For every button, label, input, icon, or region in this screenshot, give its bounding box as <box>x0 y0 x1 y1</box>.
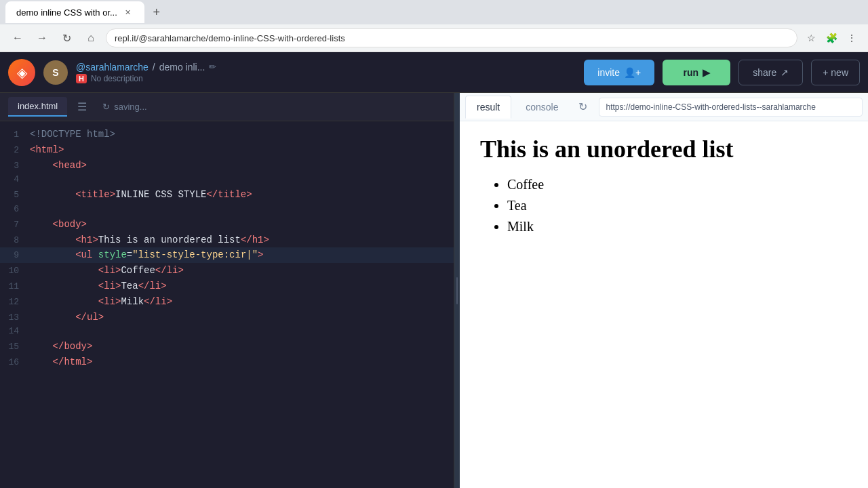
run-button[interactable]: run ▶ <box>663 60 730 85</box>
line-number: 10 <box>5 264 30 279</box>
slash: / <box>153 62 155 73</box>
line-number: 12 <box>5 296 30 310</box>
code-line: 13 </ul> <box>0 310 454 325</box>
code-text: </body> <box>30 339 92 354</box>
replit-header: ◈ S @sarahlamarche / demo inli... ✏ H No… <box>0 52 868 93</box>
code-text: <head> <box>30 158 87 173</box>
reload-button[interactable]: ↻ <box>57 28 76 47</box>
run-label: run <box>683 67 698 78</box>
browser-chrome: demo inline CSS with or... ✕ + ← → ↻ ⌂ r… <box>0 0 868 52</box>
line-number: 4 <box>5 173 30 187</box>
code-line: 14 <box>0 325 454 339</box>
main-area: index.html ☰ ↻ saving... 1 <!DOCTYPE htm… <box>0 93 868 488</box>
code-text: <li>Tea</li> <box>30 279 167 293</box>
panel-divider[interactable] <box>454 93 460 488</box>
line-number: 13 <box>5 311 30 325</box>
repl-desc: H No description <box>76 74 216 83</box>
preview-url-bar[interactable]: https://demo-inline-CSS-with-ordered-lis… <box>599 98 863 117</box>
preview-heading: This is an unordered list <box>480 135 848 163</box>
line-number: 9 <box>5 249 30 263</box>
code-line-cursor: 9 <ul style="list-style-type:cir|"> <box>0 247 454 263</box>
code-text: <html> <box>30 142 64 157</box>
code-text: <!DOCTYPE html> <box>30 127 115 142</box>
forward-button[interactable]: → <box>33 28 52 47</box>
editor-content[interactable]: 1 <!DOCTYPE html> 2 <html> 3 <head> 4 5 <box>0 121 454 488</box>
code-line: 3 <head> <box>0 158 454 174</box>
home-button[interactable]: ⌂ <box>81 28 100 47</box>
new-tab-button[interactable]: + <box>147 3 166 22</box>
line-number: 16 <box>5 356 30 370</box>
code-line: 12 <li>Milk</li> <box>0 294 454 310</box>
preview-content: This is an unordered list Coffee Tea Mil… <box>460 121 868 488</box>
code-text: </html> <box>30 354 92 369</box>
invite-button[interactable]: invite 👤+ <box>584 60 654 85</box>
saving-text: saving... <box>114 102 146 112</box>
html-badge: H <box>76 74 87 83</box>
invite-icon: 👤+ <box>624 67 641 78</box>
logo-icon: ◈ <box>17 64 27 81</box>
tab-menu-button[interactable]: ☰ <box>73 98 92 117</box>
share-button[interactable]: share ↗ <box>738 60 803 85</box>
preview-tabs: result console ↻ https://demo-inline-CSS… <box>460 93 868 121</box>
share-label: share <box>753 67 776 78</box>
editor-tabs: index.html ☰ ↻ saving... <box>0 93 454 121</box>
address-icons: ☆ 🧩 ⋮ <box>803 30 860 46</box>
saving-icon: ↻ <box>102 102 110 112</box>
tab-close-button[interactable]: ✕ <box>123 7 134 18</box>
refresh-button[interactable]: ↻ <box>573 97 593 117</box>
code-line: 5 <title>INLINE CSS STYLE</title> <box>0 187 454 203</box>
preview-list: Coffee Tea Milk <box>480 177 848 235</box>
tab-index-html[interactable]: index.html <box>8 97 67 117</box>
active-tab[interactable]: demo inline CSS with or... ✕ <box>5 1 144 23</box>
editor-panel: index.html ☰ ↻ saving... 1 <!DOCTYPE htm… <box>0 93 454 488</box>
url-bar[interactable]: repl.it/@sarahlamarche/demo-inline-CSS-w… <box>106 28 797 47</box>
code-text: <li>Coffee</li> <box>30 263 184 278</box>
new-repl-label: + new <box>823 67 848 78</box>
code-text: <ul style="list-style-type:cir|"> <box>30 247 264 262</box>
line-number: 5 <box>5 188 30 203</box>
line-number: 8 <box>5 234 30 248</box>
code-text: <title>INLINE CSS STYLE</title> <box>30 187 252 202</box>
replit-logo: ◈ <box>8 59 35 86</box>
extension-icon[interactable]: 🧩 <box>823 30 840 46</box>
code-text: <body> <box>30 217 87 232</box>
repl-name: demo inli... <box>159 62 205 73</box>
result-tab-label: result <box>477 102 500 113</box>
run-icon: ▶ <box>703 67 710 78</box>
back-button[interactable]: ← <box>8 28 27 47</box>
menu-icon[interactable]: ⋮ <box>844 30 860 46</box>
tab-result[interactable]: result <box>465 96 511 119</box>
tab-title: demo inline CSS with or... <box>16 7 117 18</box>
tab-bar: demo inline CSS with or... ✕ + <box>0 0 868 24</box>
new-repl-button[interactable]: + new <box>811 60 860 85</box>
edit-icon[interactable]: ✏ <box>209 62 216 72</box>
bookmark-icon[interactable]: ☆ <box>803 30 819 46</box>
list-item-milk: Milk <box>507 219 848 235</box>
code-text: <h1>This is an unordered list</h1> <box>30 232 269 247</box>
preview-url-text: https://demo-inline-CSS-with-ordered-lis… <box>606 102 816 112</box>
line-number: 6 <box>5 203 30 217</box>
line-number: 3 <box>5 159 30 174</box>
code-line: 4 <box>0 173 454 187</box>
user-avatar: S <box>43 60 68 85</box>
code-line: 7 <body> <box>0 217 454 232</box>
code-line: 10 <li>Coffee</li> <box>0 263 454 279</box>
code-line: 15 </body> <box>0 339 454 354</box>
line-number: 1 <box>5 128 30 142</box>
line-number: 2 <box>5 144 30 158</box>
line-number: 15 <box>5 340 30 354</box>
console-tab-label: console <box>526 102 558 113</box>
url-text: repl.it/@sarahlamarche/demo-inline-CSS-w… <box>115 33 345 43</box>
tab-console[interactable]: console <box>514 96 570 119</box>
code-line: 8 <h1>This is an unordered list</h1> <box>0 232 454 248</box>
preview-panel: result console ↻ https://demo-inline-CSS… <box>460 93 868 488</box>
code-line: 11 <li>Tea</li> <box>0 279 454 294</box>
line-number: 7 <box>5 218 30 232</box>
address-bar: ← → ↻ ⌂ repl.it/@sarahlamarche/demo-inli… <box>0 24 868 52</box>
invite-label: invite <box>597 67 620 78</box>
line-number: 11 <box>5 280 30 294</box>
saving-indicator: ↻ saving... <box>102 102 146 112</box>
no-description: No description <box>91 74 143 83</box>
code-text: <li>Milk</li> <box>30 294 172 309</box>
repl-name-line: @sarahlamarche / demo inli... ✏ <box>76 62 216 73</box>
